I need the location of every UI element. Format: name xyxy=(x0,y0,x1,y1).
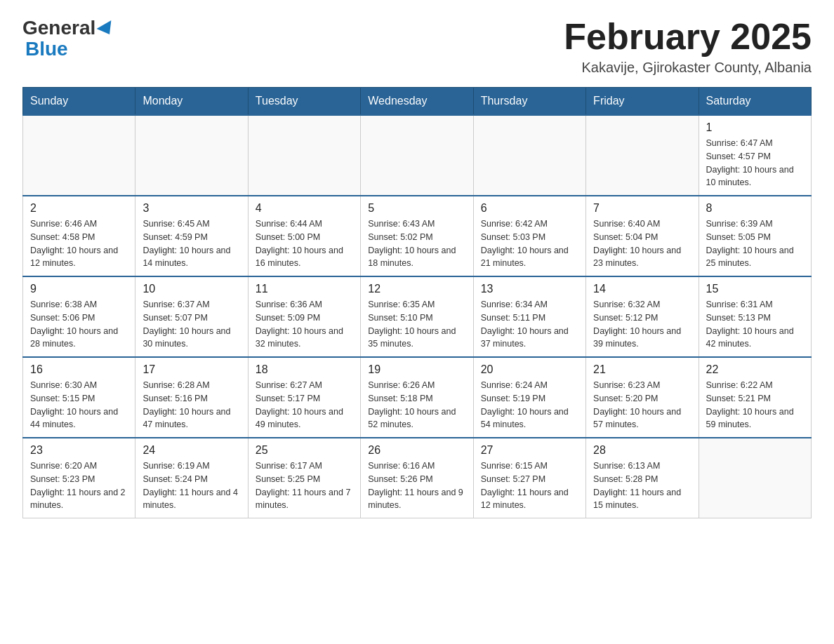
day-number: 3 xyxy=(143,202,240,215)
header-tuesday: Tuesday xyxy=(248,88,360,116)
calendar-cell: 19Sunrise: 6:26 AMSunset: 5:18 PMDayligh… xyxy=(361,357,473,438)
day-number: 1 xyxy=(706,121,804,134)
calendar-cell: 23Sunrise: 6:20 AMSunset: 5:23 PMDayligh… xyxy=(23,438,135,518)
day-info: Sunrise: 6:37 AMSunset: 5:07 PMDaylight:… xyxy=(143,298,240,351)
day-info: Sunrise: 6:17 AMSunset: 5:25 PMDaylight:… xyxy=(256,459,353,512)
calendar-cell: 14Sunrise: 6:32 AMSunset: 5:12 PMDayligh… xyxy=(586,276,699,357)
day-info: Sunrise: 6:22 AMSunset: 5:21 PMDaylight:… xyxy=(706,379,804,431)
day-info: Sunrise: 6:42 AMSunset: 5:03 PMDaylight:… xyxy=(481,217,578,270)
calendar-cell: 9Sunrise: 6:38 AMSunset: 5:06 PMDaylight… xyxy=(23,276,135,357)
logo-triangle-icon xyxy=(97,20,117,39)
day-info: Sunrise: 6:34 AMSunset: 5:11 PMDaylight:… xyxy=(481,298,578,351)
header-right: February 2025 Kakavije, Gjirokaster Coun… xyxy=(564,17,812,76)
calendar-header: SundayMondayTuesdayWednesdayThursdayFrid… xyxy=(23,88,812,116)
week-row-5: 23Sunrise: 6:20 AMSunset: 5:23 PMDayligh… xyxy=(23,438,812,518)
day-info: Sunrise: 6:13 AMSunset: 5:28 PMDaylight:… xyxy=(593,459,691,512)
day-info: Sunrise: 6:19 AMSunset: 5:24 PMDaylight:… xyxy=(143,459,240,512)
calendar-cell xyxy=(23,115,135,196)
day-info: Sunrise: 6:23 AMSunset: 5:20 PMDaylight:… xyxy=(593,379,691,431)
day-number: 19 xyxy=(368,363,465,376)
calendar-cell: 15Sunrise: 6:31 AMSunset: 5:13 PMDayligh… xyxy=(699,276,811,357)
calendar-cell xyxy=(473,115,585,196)
day-info: Sunrise: 6:43 AMSunset: 5:02 PMDaylight:… xyxy=(368,217,465,270)
calendar-cell: 12Sunrise: 6:35 AMSunset: 5:10 PMDayligh… xyxy=(361,276,473,357)
logo-text: General xyxy=(22,17,115,39)
calendar-cell: 20Sunrise: 6:24 AMSunset: 5:19 PMDayligh… xyxy=(473,357,585,438)
calendar-cell xyxy=(135,115,248,196)
week-row-2: 2Sunrise: 6:46 AMSunset: 4:58 PMDaylight… xyxy=(23,196,812,276)
calendar-cell: 16Sunrise: 6:30 AMSunset: 5:15 PMDayligh… xyxy=(23,357,135,438)
calendar-cell: 22Sunrise: 6:22 AMSunset: 5:21 PMDayligh… xyxy=(699,357,811,438)
calendar-cell: 11Sunrise: 6:36 AMSunset: 5:09 PMDayligh… xyxy=(248,276,360,357)
day-number: 4 xyxy=(256,202,353,215)
day-number: 28 xyxy=(593,444,691,457)
day-number: 5 xyxy=(368,202,465,215)
calendar-cell: 7Sunrise: 6:40 AMSunset: 5:04 PMDaylight… xyxy=(586,196,699,276)
header-friday: Friday xyxy=(586,88,699,116)
day-info: Sunrise: 6:44 AMSunset: 5:00 PMDaylight:… xyxy=(256,217,353,270)
calendar-cell: 18Sunrise: 6:27 AMSunset: 5:17 PMDayligh… xyxy=(248,357,360,438)
logo-blue-text: Blue xyxy=(25,38,68,60)
calendar-table: SundayMondayTuesdayWednesdayThursdayFrid… xyxy=(22,87,812,518)
day-number: 24 xyxy=(143,444,240,457)
day-info: Sunrise: 6:40 AMSunset: 5:04 PMDaylight:… xyxy=(593,217,691,270)
day-number: 10 xyxy=(143,283,240,295)
week-row-3: 9Sunrise: 6:38 AMSunset: 5:06 PMDaylight… xyxy=(23,276,812,357)
day-number: 26 xyxy=(368,444,465,457)
calendar-cell: 3Sunrise: 6:45 AMSunset: 4:59 PMDaylight… xyxy=(135,196,248,276)
calendar-cell: 6Sunrise: 6:42 AMSunset: 5:03 PMDaylight… xyxy=(473,196,585,276)
location: Kakavije, Gjirokaster County, Albania xyxy=(564,60,812,76)
day-info: Sunrise: 6:47 AMSunset: 4:57 PMDaylight:… xyxy=(706,137,804,189)
calendar-cell: 21Sunrise: 6:23 AMSunset: 5:20 PMDayligh… xyxy=(586,357,699,438)
header-monday: Monday xyxy=(135,88,248,116)
day-number: 15 xyxy=(706,283,804,295)
page-header: General Blue February 2025 Kakavije, Gji… xyxy=(22,17,812,76)
day-number: 6 xyxy=(481,202,578,215)
month-title: February 2025 xyxy=(564,17,812,57)
logo: General Blue xyxy=(22,17,115,60)
calendar-cell: 1Sunrise: 6:47 AMSunset: 4:57 PMDaylight… xyxy=(699,115,811,196)
day-number: 27 xyxy=(481,444,578,457)
header-wednesday: Wednesday xyxy=(361,88,473,116)
week-row-1: 1Sunrise: 6:47 AMSunset: 4:57 PMDaylight… xyxy=(23,115,812,196)
day-info: Sunrise: 6:30 AMSunset: 5:15 PMDaylight:… xyxy=(30,379,128,431)
day-number: 20 xyxy=(481,363,578,376)
day-info: Sunrise: 6:39 AMSunset: 5:05 PMDaylight:… xyxy=(706,217,804,270)
day-info: Sunrise: 6:20 AMSunset: 5:23 PMDaylight:… xyxy=(30,459,128,512)
day-number: 17 xyxy=(143,363,240,376)
header-thursday: Thursday xyxy=(473,88,585,116)
header-sunday: Sunday xyxy=(23,88,135,116)
day-number: 12 xyxy=(368,283,465,295)
day-info: Sunrise: 6:45 AMSunset: 4:59 PMDaylight:… xyxy=(143,217,240,270)
calendar-cell: 28Sunrise: 6:13 AMSunset: 5:28 PMDayligh… xyxy=(586,438,699,518)
week-row-4: 16Sunrise: 6:30 AMSunset: 5:15 PMDayligh… xyxy=(23,357,812,438)
day-info: Sunrise: 6:28 AMSunset: 5:16 PMDaylight:… xyxy=(143,379,240,431)
calendar-cell: 2Sunrise: 6:46 AMSunset: 4:58 PMDaylight… xyxy=(23,196,135,276)
day-number: 18 xyxy=(256,363,353,376)
calendar-cell: 13Sunrise: 6:34 AMSunset: 5:11 PMDayligh… xyxy=(473,276,585,357)
day-number: 11 xyxy=(256,283,353,295)
day-info: Sunrise: 6:38 AMSunset: 5:06 PMDaylight:… xyxy=(30,298,128,351)
day-info: Sunrise: 6:35 AMSunset: 5:10 PMDaylight:… xyxy=(368,298,465,351)
calendar-cell: 5Sunrise: 6:43 AMSunset: 5:02 PMDaylight… xyxy=(361,196,473,276)
day-number: 13 xyxy=(481,283,578,295)
day-info: Sunrise: 6:26 AMSunset: 5:18 PMDaylight:… xyxy=(368,379,465,431)
day-number: 9 xyxy=(30,283,128,295)
calendar-cell xyxy=(248,115,360,196)
day-info: Sunrise: 6:31 AMSunset: 5:13 PMDaylight:… xyxy=(706,298,804,351)
calendar-cell: 26Sunrise: 6:16 AMSunset: 5:26 PMDayligh… xyxy=(361,438,473,518)
day-number: 22 xyxy=(706,363,804,376)
day-number: 21 xyxy=(593,363,691,376)
calendar-cell: 8Sunrise: 6:39 AMSunset: 5:05 PMDaylight… xyxy=(699,196,811,276)
header-row: SundayMondayTuesdayWednesdayThursdayFrid… xyxy=(23,88,812,116)
day-info: Sunrise: 6:36 AMSunset: 5:09 PMDaylight:… xyxy=(256,298,353,351)
calendar-cell xyxy=(699,438,811,518)
day-number: 14 xyxy=(593,283,691,295)
day-number: 7 xyxy=(593,202,691,215)
calendar-cell: 10Sunrise: 6:37 AMSunset: 5:07 PMDayligh… xyxy=(135,276,248,357)
day-info: Sunrise: 6:16 AMSunset: 5:26 PMDaylight:… xyxy=(368,459,465,512)
day-info: Sunrise: 6:32 AMSunset: 5:12 PMDaylight:… xyxy=(593,298,691,351)
day-info: Sunrise: 6:24 AMSunset: 5:19 PMDaylight:… xyxy=(481,379,578,431)
day-number: 23 xyxy=(30,444,128,457)
calendar-cell: 27Sunrise: 6:15 AMSunset: 5:27 PMDayligh… xyxy=(473,438,585,518)
